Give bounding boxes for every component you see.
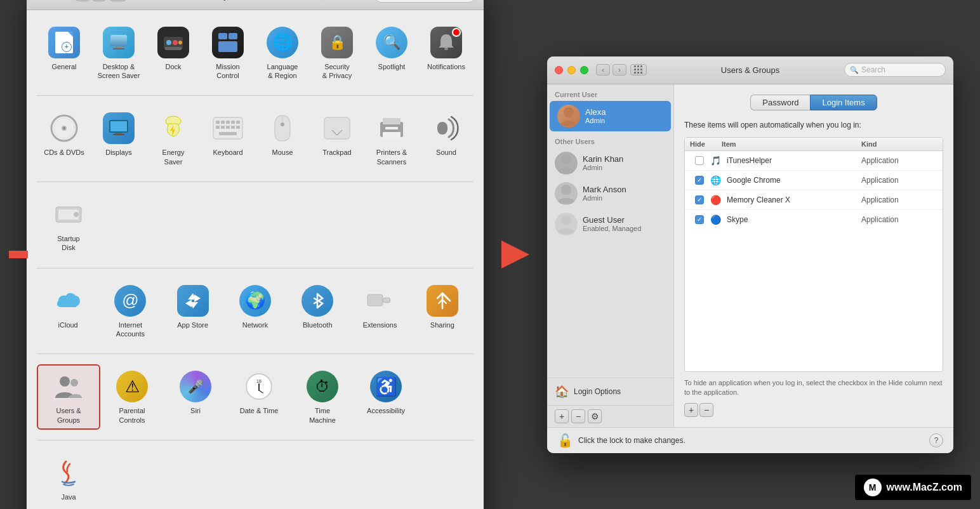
user-item-mark[interactable]: Mark Anson Admin — [547, 178, 673, 209]
timemachine-icon: ⏱ — [305, 369, 340, 404]
remove-item-button[interactable]: − — [699, 403, 713, 417]
pref-users[interactable]: Users &Groups — [37, 364, 100, 430]
svg-rect-26 — [231, 121, 235, 124]
pref-bluetooth[interactable]: Bluetooth — [286, 279, 348, 344]
svg-point-44 — [74, 212, 79, 217]
login-options-btn[interactable]: 🏠 Login Options — [547, 378, 673, 405]
user-item-karin[interactable]: Karin Khan Admin — [547, 148, 673, 178]
pref-java[interactable]: Java — [37, 451, 100, 506]
svg-rect-27 — [236, 121, 240, 124]
search-bar-1[interactable]: 🔍 Search — [374, 0, 476, 3]
svg-rect-12 — [444, 48, 448, 50]
pref-language[interactable]: 🌐 Language& Region — [255, 20, 310, 86]
user-item-alexa[interactable]: Alexa Admin — [550, 101, 671, 131]
pref-cds[interactable]: CDs & DVDs — [37, 106, 91, 171]
pref-extensions[interactable]: Extensions — [348, 279, 411, 344]
nav-buttons-1: ‹ › — [76, 0, 106, 1]
pref-trackpad[interactable]: Trackpad — [310, 106, 364, 171]
pref-notifications[interactable]: Notifications — [419, 20, 473, 86]
forward-button-2[interactable]: › — [612, 64, 626, 76]
pref-desktop[interactable]: Desktop &Screen Saver — [91, 20, 146, 86]
pref-sharing[interactable]: Sharing — [411, 279, 473, 344]
app-name-memory: Memory Cleaner X — [727, 195, 856, 204]
minimize-button-2[interactable] — [567, 66, 576, 74]
svg-rect-28 — [216, 126, 220, 129]
grid-view-button-1[interactable] — [110, 0, 126, 1]
tab-password[interactable]: Password — [750, 95, 810, 110]
pref-accessibility[interactable]: ♿ Accessibility — [354, 364, 418, 430]
extensions-label: Extensions — [363, 321, 397, 329]
pref-timemachine[interactable]: ⏱ TimeMachine — [291, 364, 354, 430]
java-label: Java — [61, 492, 76, 501]
prefs-row-4: iCloud @ InternetAccounts App Store — [37, 279, 473, 355]
svg-rect-38 — [383, 118, 401, 124]
hide-checkbox-memory[interactable] — [695, 195, 704, 204]
hide-checkbox-itunes[interactable] — [695, 156, 704, 165]
user-item-guest[interactable]: Guest User Enabled, Managed — [547, 209, 673, 239]
pref-security[interactable]: 🔒 Security& Privacy — [310, 20, 364, 86]
pref-printers[interactable]: Printers &Scanners — [364, 106, 419, 171]
pref-startup[interactable]: StartupDisk — [37, 192, 100, 258]
titlebar-1: ‹ › System Preferences 🔍 Search — [27, 0, 484, 10]
grid-view-button-2[interactable] — [630, 64, 647, 76]
user-name-guest: Guest User — [583, 215, 666, 225]
notifications-label: Notifications — [427, 62, 465, 71]
svg-rect-5 — [165, 47, 182, 50]
prefs-row-1: ≡ + General Desktop &Screen Saver — [37, 20, 473, 96]
user-info-mark: Mark Anson Admin — [583, 185, 666, 202]
add-item-button[interactable]: + — [684, 403, 698, 417]
pref-keyboard[interactable]: Keyboard — [201, 106, 255, 171]
hide-checkbox-skype[interactable] — [695, 215, 704, 224]
energy-label: EnergySaver — [162, 148, 185, 166]
svg-rect-32 — [236, 126, 240, 129]
spotlight-icon: 🔍 — [374, 25, 409, 60]
help-button[interactable]: ? — [929, 433, 943, 447]
app-name-chrome: Google Chrome — [727, 176, 856, 185]
sharing-label: Sharing — [430, 321, 454, 329]
search-icon-2: 🔍 — [850, 66, 859, 74]
svg-point-7 — [173, 40, 178, 45]
search-bar-2[interactable]: 🔍 Search — [844, 63, 946, 77]
back-button-1[interactable]: ‹ — [76, 0, 89, 1]
pref-general[interactable]: ≡ + General — [37, 20, 91, 86]
cds-icon — [47, 111, 81, 145]
pref-parental[interactable]: ⚠ ParentalControls — [100, 364, 164, 430]
tab-login-items[interactable]: Login Items — [810, 95, 877, 110]
pref-siri[interactable]: 🎤 Siri — [164, 364, 227, 430]
pref-dock[interactable]: Dock — [146, 20, 201, 86]
forward-button-1[interactable]: › — [92, 0, 106, 1]
pref-datetime[interactable]: 18 Date & Time — [227, 364, 291, 430]
pref-internet[interactable]: @ InternetAccounts — [99, 279, 161, 344]
app-name-skype: Skype — [727, 215, 856, 224]
sidebar-actions: + − ⚙ — [547, 405, 673, 427]
lock-icon[interactable]: 🔓 — [557, 433, 573, 448]
mouse-icon — [265, 111, 300, 145]
pref-spotlight[interactable]: 🔍 Spotlight — [364, 20, 419, 86]
pref-mouse[interactable]: Mouse — [255, 106, 310, 171]
startup-icon — [51, 197, 86, 232]
watermark-text: www.MacZ.com — [887, 482, 962, 493]
fullscreen-button-2[interactable] — [580, 66, 588, 74]
pref-mission[interactable]: MissionControl — [201, 20, 255, 86]
lock-text: Click the lock to make changes. — [578, 436, 924, 445]
add-user-button[interactable]: + — [555, 409, 569, 423]
security-icon: 🔒 — [320, 25, 354, 60]
pref-displays[interactable]: Displays — [91, 106, 146, 171]
internet-label: InternetAccounts — [116, 321, 145, 339]
trackpad-icon — [320, 111, 354, 145]
svg-rect-41 — [437, 122, 447, 135]
pref-energy[interactable]: EnergySaver — [146, 106, 201, 171]
pref-icloud[interactable]: iCloud — [37, 279, 99, 344]
settings-user-button[interactable]: ⚙ — [588, 409, 602, 423]
close-button-2[interactable] — [555, 66, 563, 74]
prefs-row-6: Java — [37, 451, 473, 509]
pref-network[interactable]: 🌍 Network — [224, 279, 286, 344]
pref-sound[interactable]: Sound — [419, 106, 473, 171]
remove-user-button[interactable]: − — [571, 409, 585, 423]
svg-rect-20 — [113, 134, 124, 135]
hide-checkbox-chrome[interactable] — [695, 176, 704, 185]
pref-appstore[interactable]: App Store — [162, 279, 224, 344]
table-row-skype: 🔵 Skype Application — [685, 210, 943, 229]
svg-rect-45 — [368, 294, 383, 306]
back-button-2[interactable]: ‹ — [596, 64, 610, 76]
